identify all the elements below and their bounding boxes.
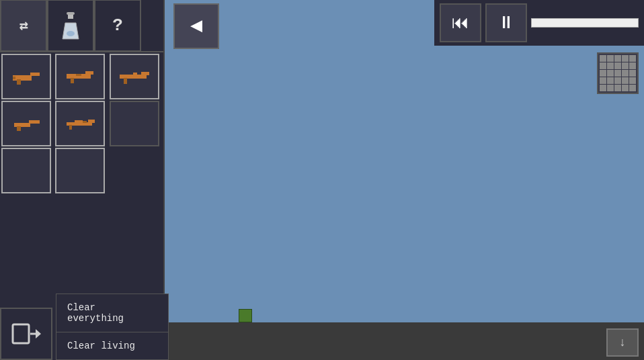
flask-icon (58, 11, 83, 40)
svg-rect-16 (14, 123, 30, 127)
item-cell-0[interactable] (1, 54, 51, 99)
exit-button[interactable] (0, 308, 52, 360)
item-grid (0, 52, 163, 195)
top-right-controls: ⏮ ⏸ (434, 0, 644, 46)
pause-icon: ⏸ (497, 12, 515, 34)
flask-button[interactable] (47, 0, 94, 52)
clear-living-item[interactable]: Clear living (56, 332, 168, 359)
svg-rect-24 (13, 324, 29, 343)
svg-rect-7 (13, 77, 15, 79)
svg-rect-4 (13, 75, 32, 81)
pixel-grid-icon (600, 55, 636, 91)
svg-rect-18 (17, 126, 21, 131)
help-button[interactable]: ? (94, 0, 141, 52)
item-cell-2[interactable] (110, 54, 159, 99)
svg-rect-21 (69, 125, 72, 130)
gun-icon-3 (11, 114, 41, 133)
svg-marker-26 (36, 329, 41, 339)
grid-toggle-button[interactable] (597, 52, 639, 94)
gun-icon-1 (65, 67, 95, 86)
svg-rect-3 (67, 12, 75, 15)
svg-rect-13 (141, 72, 149, 75)
screen: ⇄ ? (0, 0, 644, 360)
item-cell-6[interactable] (1, 148, 51, 193)
svg-rect-22 (75, 120, 83, 123)
svg-rect-14 (124, 78, 127, 84)
switch-button[interactable]: ⇄ (0, 0, 47, 52)
progress-container (531, 18, 639, 28)
svg-rect-11 (76, 74, 81, 76)
help-icon: ? (112, 15, 123, 36)
gun-icon-0 (11, 67, 41, 86)
switch-icon: ⇄ (19, 17, 28, 35)
progress-bar (531, 18, 639, 28)
gun-icon-4 (65, 114, 95, 133)
svg-rect-23 (83, 121, 87, 123)
back-button[interactable]: ◀ (173, 3, 219, 49)
game-area (165, 0, 644, 322)
rewind-icon: ⏮ (452, 12, 469, 34)
svg-point-2 (67, 31, 75, 36)
item-cell-3[interactable] (1, 101, 51, 146)
svg-rect-9 (85, 71, 93, 75)
bottom-right-button[interactable]: ↓ (606, 328, 639, 357)
rewind-button[interactable]: ⏮ (440, 3, 481, 42)
pause-button[interactable]: ⏸ (485, 3, 527, 42)
download-icon: ↓ (619, 336, 627, 349)
clear-everything-item[interactable]: Clear everything (56, 294, 168, 332)
svg-rect-17 (29, 120, 40, 124)
item-cell-5[interactable] (110, 101, 159, 146)
exit-icon (11, 319, 41, 349)
svg-rect-6 (17, 79, 21, 85)
item-cell-1[interactable] (55, 54, 105, 99)
item-cell-4[interactable] (55, 101, 105, 146)
item-cell-7[interactable] (55, 148, 105, 193)
svg-rect-10 (71, 78, 74, 83)
svg-rect-20 (88, 120, 95, 123)
toolbar: ⇄ ? (0, 0, 163, 52)
svg-rect-15 (133, 73, 137, 75)
back-icon: ◀ (190, 16, 202, 36)
ground (165, 322, 644, 360)
context-menu: Clear everything Clear living (56, 294, 169, 360)
svg-rect-5 (30, 73, 40, 76)
game-entity (239, 309, 252, 322)
gun-icon-2 (120, 67, 149, 86)
